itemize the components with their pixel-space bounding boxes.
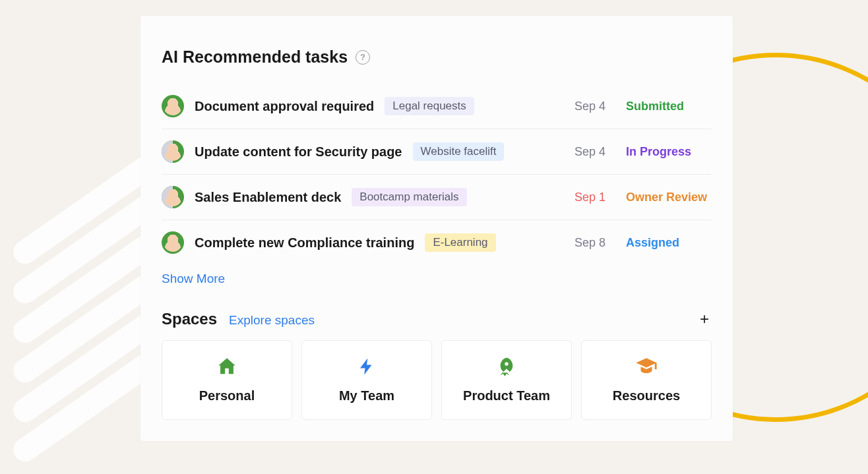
task-title: Complete new Compliance training — [195, 235, 414, 251]
task-row[interactable]: Update content for Security pageWebsite … — [162, 129, 712, 175]
space-label: My Team — [339, 388, 394, 403]
space-label: Resources — [613, 388, 680, 403]
task-status: Owner Review — [626, 191, 712, 204]
task-status: Submitted — [626, 100, 712, 113]
grad-icon — [635, 355, 658, 378]
space-card[interactable]: My Team — [301, 340, 432, 420]
task-row[interactable]: Sales Enablement deckBootcamp materialsS… — [162, 175, 712, 220]
space-card[interactable]: Resources — [581, 340, 712, 420]
task-title: Update content for Security page — [195, 144, 402, 160]
task-date: Sep 4 — [574, 100, 615, 113]
avatar — [162, 186, 184, 208]
main-card: AI Recommended tasks ? Document approval… — [140, 16, 733, 441]
task-tag[interactable]: Website facelift — [413, 142, 505, 161]
avatar — [162, 95, 184, 117]
task-list: Document approval requiredLegal requests… — [162, 84, 712, 265]
task-tag[interactable]: E-Learning — [425, 233, 495, 252]
bolt-icon — [356, 355, 378, 378]
spaces-header: Spaces Explore spaces + — [162, 310, 712, 328]
task-status: In Progress — [626, 145, 712, 159]
task-title: Sales Enablement deck — [195, 190, 341, 205]
task-tag[interactable]: Bootcamp materials — [352, 188, 466, 206]
show-more-link[interactable]: Show More — [162, 272, 225, 286]
explore-spaces-link[interactable]: Explore spaces — [229, 313, 315, 328]
add-space-button[interactable]: + — [697, 311, 712, 327]
avatar — [162, 231, 184, 254]
task-row[interactable]: Document approval requiredLegal requests… — [162, 84, 712, 129]
avatar — [162, 140, 184, 163]
space-label: Product Team — [463, 388, 550, 403]
space-label: Personal — [199, 388, 255, 403]
space-card[interactable]: Personal — [162, 340, 292, 420]
tasks-header: AI Recommended tasks ? — [162, 47, 712, 67]
task-status: Assigned — [626, 236, 712, 250]
spaces-grid: PersonalMy TeamProduct TeamResources — [162, 340, 712, 420]
help-icon[interactable]: ? — [356, 50, 370, 65]
task-title: Document approval required — [195, 99, 374, 114]
spaces-section: Spaces Explore spaces + PersonalMy TeamP… — [162, 310, 712, 420]
task-row[interactable]: Complete new Compliance trainingE-Learni… — [162, 220, 712, 265]
spaces-title: Spaces — [162, 310, 217, 328]
task-date: Sep 8 — [574, 236, 615, 250]
space-card[interactable]: Product Team — [441, 340, 572, 420]
task-date: Sep 1 — [574, 191, 615, 204]
rocket-icon — [495, 355, 518, 378]
task-date: Sep 4 — [574, 145, 615, 159]
task-tag[interactable]: Legal requests — [385, 97, 474, 115]
house-icon — [216, 355, 238, 378]
tasks-section-title: AI Recommended tasks — [162, 47, 348, 67]
